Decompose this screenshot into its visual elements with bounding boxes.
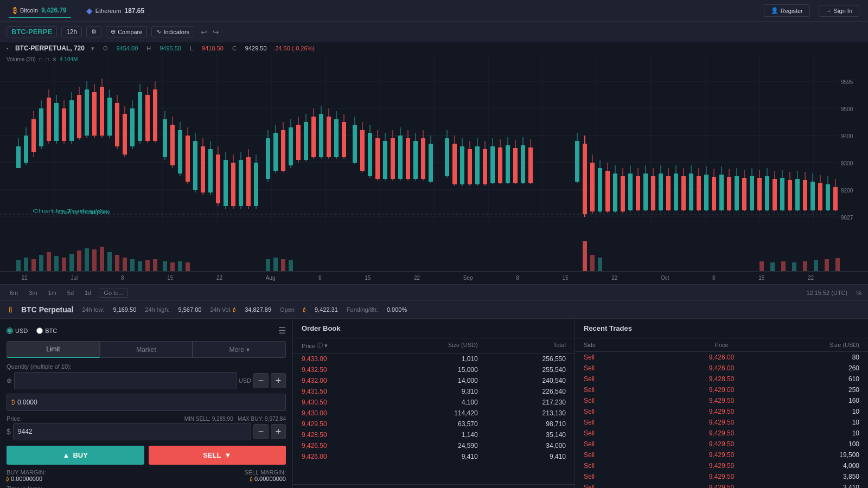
bitcoin-ticker[interactable]: ₿ Bitcoin 9,426.79 (9, 4, 71, 18)
ob-row[interactable]: 9,428.50 1,140 35,140 (293, 429, 575, 440)
sell-margin-info: SELL MARGIN: ₿ 0.00000000 (244, 469, 286, 482)
vol-btc-icon: ₿ (233, 307, 236, 313)
quantity-input[interactable] (14, 372, 237, 389)
compare-button[interactable]: ⊕ Compare (106, 26, 147, 37)
ob-row[interactable]: 9,433.00 1,010 256,550 (293, 354, 575, 364)
vol-label: 24h Vol. ₿ (210, 306, 236, 313)
market-tab[interactable]: Market (100, 341, 193, 358)
rt-size-cell: 10 (768, 408, 859, 415)
limit-tab[interactable]: Limit (7, 341, 100, 358)
rt-side-cell: Sell (584, 386, 675, 394)
quantity-group: Quantity (multiple of 10): ⊕ USD − + (7, 363, 286, 389)
qty-currency-label: USD (239, 377, 251, 384)
ob-row[interactable]: 9,431.50 9,310 226,540 (293, 386, 575, 397)
5d-button[interactable]: 5d (64, 288, 77, 297)
btc-amount-input[interactable] (17, 399, 281, 406)
rt-row: Sell 9,426.00 80 (575, 352, 868, 363)
sell-button[interactable]: SELL ▼ (149, 446, 286, 465)
ob-row[interactable]: 9,426.00 9,410 9,410 (293, 451, 575, 462)
svg-text:9595: 9595 (841, 79, 853, 85)
candlestick-chart[interactable]: ⚐ Chart by TradingView 9595 9500 9400 93… (0, 54, 868, 239)
undo-redo-group: ↩ ↪ (199, 27, 221, 37)
ob-row[interactable]: 9,432.00 14,000 240,540 (293, 375, 575, 386)
qty-minus-button[interactable]: − (253, 373, 269, 388)
3m-button[interactable]: 3m (25, 288, 40, 297)
chart-symbol[interactable]: BTC-PERPE (7, 26, 57, 37)
ohlc-change: -24.50 (-0.26%) (273, 45, 315, 52)
svg-rect-231 (24, 258, 28, 271)
btc-radio[interactable] (36, 328, 43, 334)
ob-total-cell: 34,000 (478, 442, 566, 450)
svg-rect-238 (77, 251, 81, 271)
svg-rect-252 (186, 262, 190, 271)
ob-size-cell: 14,000 (390, 377, 477, 384)
chart-settings-button[interactable]: ⚙ (86, 26, 101, 37)
ob-price-cell: 9,432.00 (302, 377, 390, 384)
indicators-button[interactable]: ∿ Indicators (151, 26, 194, 37)
svg-rect-254 (273, 258, 278, 271)
6m-button[interactable]: 6m (7, 288, 21, 297)
rt-header: Recent Trades (575, 319, 868, 338)
undo-button[interactable]: ↩ (199, 27, 209, 37)
qty-plus-button[interactable]: + (271, 373, 286, 388)
price-plus-button[interactable]: + (271, 424, 286, 439)
volume-info: Volume (20) □ □ ✕ 4.104M (7, 56, 78, 62)
svg-rect-257 (583, 241, 587, 271)
usd-radio[interactable] (7, 328, 13, 334)
rt-row: Sell 9,426.00 260 (575, 363, 868, 374)
svg-rect-265 (814, 260, 818, 271)
chart-x-axis: 22 Jul 8 15 22 Aug 8 15 22 Sep 8 15 22 O… (0, 271, 868, 284)
ob-price-cell: 9,429.50 (302, 420, 390, 428)
ob-size-cell: 9,410 (390, 453, 477, 460)
ob-total-cell: 240,540 (478, 377, 566, 384)
high-value: 9,567.00 (178, 306, 202, 313)
goto-button[interactable]: Go to... (99, 288, 128, 298)
ob-total-cell: 213,130 (478, 409, 566, 417)
ob-row[interactable]: 9,426.50 24,590 34,000 (293, 440, 575, 451)
rt-row: Sell 9,429.50 3,850 (575, 471, 868, 482)
redo-button[interactable]: ↪ (210, 27, 221, 37)
price-label-row: Price: MIN SELL: 9,289.90 MAX BUY: 9,572… (7, 415, 286, 422)
price-minus-button[interactable]: − (253, 424, 269, 439)
1d-button[interactable]: 1d (81, 288, 94, 297)
price-input[interactable] (13, 423, 251, 440)
svg-rect-248 (153, 259, 157, 271)
chart-interval[interactable]: 12h (61, 27, 82, 37)
btc-radio-label[interactable]: BTC (36, 328, 57, 334)
buy-button[interactable]: ▲ BUY (7, 446, 144, 465)
1m-button[interactable]: 1m (45, 288, 60, 297)
ob-title: Order Book (302, 324, 341, 332)
funding-label: Funding/8h: (347, 306, 378, 313)
ethereum-ticker[interactable]: ◈ Ethereum 187.65 (82, 4, 149, 17)
open-label: Open (280, 306, 295, 313)
svg-rect-239 (85, 248, 89, 271)
sliders-icon: ⚙ (91, 28, 97, 35)
rt-price-cell: 9,429.50 (675, 408, 767, 415)
signin-button[interactable]: → Sign In (819, 5, 859, 17)
ob-row[interactable]: 9,432.50 15,000 255,540 (293, 364, 575, 375)
ob-row[interactable]: 9,430.50 4,100 217,230 (293, 397, 575, 408)
rt-side-cell: Sell (584, 408, 675, 415)
chevron-down-icon: ▾ (246, 346, 250, 354)
vol-box1: □ (39, 56, 42, 62)
vol-close-icon: ✕ (52, 56, 56, 62)
ob-row[interactable]: 9,429.50 63,570 98,710 (293, 419, 575, 429)
recent-trades-panel: Recent Trades Side Price Size (USD) Sell… (575, 319, 868, 488)
rt-price-cell: 9,429.50 (675, 451, 767, 459)
usd-radio-label[interactable]: USD (7, 328, 28, 334)
copy-icon[interactable]: ⊕ (7, 377, 12, 384)
svg-rect-244 (123, 258, 127, 271)
register-button[interactable]: 👤 Register (764, 4, 810, 17)
buy-arrow-icon: ▲ (63, 451, 70, 459)
more-tab[interactable]: More ▾ (193, 341, 286, 358)
ohlc-l-val: 9418.50 (202, 45, 224, 52)
ob-row[interactable]: 9,430.00 114,420 213,130 (293, 408, 575, 419)
bitcoin-icon: ₿ (13, 6, 17, 15)
svg-rect-246 (138, 261, 142, 271)
layout-icon-button[interactable]: ☰ (278, 325, 286, 336)
trading-panel: USD BTC ☰ Limit Market More ▾ Quantity (… (0, 319, 293, 488)
rt-price-cell: 9,429.50 (675, 429, 767, 437)
low-label: 24h low: (82, 306, 104, 313)
rt-price-cell: 9,428.50 (675, 375, 767, 383)
dollar-sign: $ (7, 427, 11, 436)
